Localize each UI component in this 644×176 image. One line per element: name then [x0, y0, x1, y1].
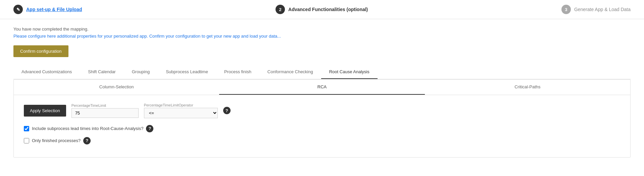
sub-tabs: Column-Selection RCA Critical-Paths [14, 80, 630, 95]
tab-root-cause-analysis[interactable]: Root Cause Analysis [321, 65, 378, 79]
percentage-time-limit-field: PercentageTimeLimit [71, 103, 139, 118]
confirm-configuration-button[interactable]: Confirm configuration [13, 45, 68, 57]
info-line1: You have now completed the mapping. [13, 26, 631, 33]
only-finished-processes-label: Only finished processes? [32, 138, 81, 143]
sub-tab-column-selection[interactable]: Column-Selection [14, 80, 219, 95]
tab-advanced-customizations[interactable]: Advanced Customizations [13, 65, 80, 79]
percentage-time-limit-input[interactable] [71, 108, 139, 118]
info-text: You have now completed the mapping. Plea… [13, 26, 631, 40]
step-1-circle: ✎ [13, 5, 23, 14]
pencil-icon: ✎ [16, 7, 20, 12]
main-tabs: Advanced Customizations Shift Calendar G… [13, 65, 631, 79]
help-icon-finished[interactable]: ? [83, 137, 91, 144]
checkbox-row-subprocess: Include subprocess lead times into Root-… [24, 125, 620, 132]
help-icon-subprocess[interactable]: ? [146, 125, 153, 132]
percentage-time-limit-label: PercentageTimeLimit [71, 103, 139, 107]
step-2: 2 Advanced Functionalities (optional) [276, 5, 368, 14]
card-body: Apply Selection PercentageTimeLimit Perc… [14, 95, 630, 157]
tab-shift-calendar[interactable]: Shift Calendar [80, 65, 123, 79]
form-row: Apply Selection PercentageTimeLimit Perc… [24, 103, 620, 118]
tab-subprocess-leadtime[interactable]: Subprocess Leadtime [158, 65, 216, 79]
tab-conformance-checking[interactable]: Conformance Checking [259, 65, 321, 79]
help-icon-operator[interactable]: ? [223, 107, 231, 114]
percentage-time-limit-operator-field: PercentageTimeLimitOperator <= >= < > = [144, 103, 218, 118]
content-card: Column-Selection RCA Critical-Paths Appl… [13, 79, 631, 158]
step-3-label: Generate App & Load Data [574, 7, 631, 12]
checkbox-row-finished: Only finished processes? ? [24, 137, 620, 144]
step-2-circle: 2 [276, 5, 285, 14]
info-line2: Please configure here additional propert… [13, 33, 631, 40]
only-finished-processes-checkbox[interactable] [24, 138, 29, 143]
sub-tab-rca[interactable]: RCA [219, 80, 425, 95]
step-3-circle: 3 [561, 5, 571, 14]
step-2-label: Advanced Functionalities (optional) [288, 7, 368, 12]
percentage-time-limit-operator-label: PercentageTimeLimitOperator [144, 103, 218, 107]
tab-grouping[interactable]: Grouping [124, 65, 158, 79]
stepper: ✎ App set-up & File Upload 2 Advanced Fu… [0, 0, 644, 19]
tab-process-finish[interactable]: Process finish [216, 65, 259, 79]
sub-tab-critical-paths[interactable]: Critical-Paths [425, 80, 630, 95]
apply-selection-button[interactable]: Apply Selection [24, 105, 66, 117]
include-subprocess-checkbox[interactable] [24, 126, 29, 131]
step-3: 3 Generate App & Load Data [561, 5, 631, 14]
step-1[interactable]: ✎ App set-up & File Upload [13, 5, 82, 14]
step-1-label[interactable]: App set-up & File Upload [26, 7, 82, 12]
percentage-time-limit-operator-select[interactable]: <= >= < > = [144, 108, 218, 118]
main-content: You have now completed the mapping. Plea… [0, 19, 644, 161]
include-subprocess-label: Include subprocess lead times into Root-… [32, 126, 143, 131]
